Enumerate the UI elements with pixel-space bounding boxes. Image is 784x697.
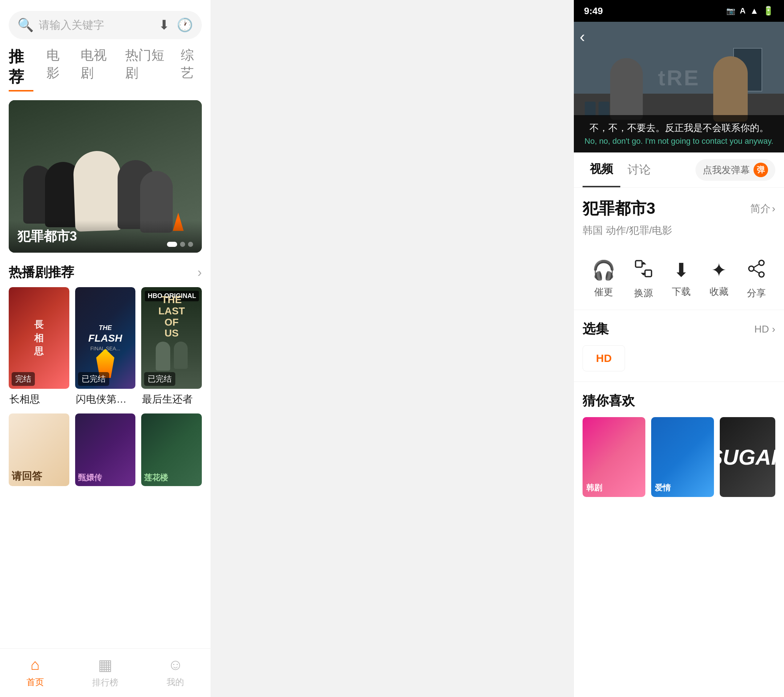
battery-icon: 🔋 bbox=[763, 6, 774, 16]
hd-link[interactable]: HD › bbox=[754, 323, 775, 335]
movie-tags: 韩国 动作/犯罪/电影 bbox=[583, 224, 775, 237]
drama-name-3: 最后生还者 bbox=[141, 392, 202, 406]
star-icon: ✦ bbox=[711, 259, 727, 281]
rec-section: 猜你喜欢 韩剧 爱情 SUGAR bbox=[574, 382, 784, 507]
nav-home[interactable]: ⌂ 首页 bbox=[0, 649, 70, 697]
tab-movie[interactable]: 电影 bbox=[46, 46, 68, 91]
nav-mine[interactable]: ☺ 我的 bbox=[140, 649, 211, 697]
tab-variety[interactable]: 综艺 bbox=[181, 46, 202, 91]
more-card-1[interactable]: 请回答 bbox=[9, 414, 69, 486]
action-share[interactable]: 分享 bbox=[747, 259, 766, 300]
subtitle-en: No, no, don't go. I'm not going to conta… bbox=[581, 137, 777, 146]
download-label: 下载 bbox=[672, 285, 691, 298]
action-download[interactable]: ⬇ 下载 bbox=[672, 259, 691, 300]
ranking-icon: ▦ bbox=[98, 656, 112, 674]
svg-point-4 bbox=[759, 272, 764, 277]
action-collect[interactable]: ✦ 收藏 bbox=[710, 259, 728, 300]
more-title-1: 请回答 bbox=[12, 470, 42, 483]
drama-poster-1: 長相思 完结 bbox=[9, 287, 69, 389]
svg-point-3 bbox=[749, 266, 754, 271]
search-bar-actions: ⬇ 🕐 bbox=[159, 17, 193, 33]
hero-dots bbox=[167, 242, 193, 247]
search-bar[interactable]: 🔍 请输入关键字 ⬇ 🕐 bbox=[9, 11, 202, 39]
hd-label: HD bbox=[754, 323, 769, 335]
switch-icon bbox=[634, 259, 653, 282]
tre-text: tRE bbox=[658, 65, 700, 91]
drama-name-2: 闪电侠第九季 bbox=[75, 392, 136, 406]
more-card-3[interactable]: 莲花楼 bbox=[141, 414, 202, 486]
download-action-icon: ⬇ bbox=[673, 259, 689, 281]
camera-status-icon: 📷 bbox=[726, 7, 735, 15]
home-label: 首页 bbox=[26, 676, 44, 688]
left-panel: 🔍 请输入关键字 ⬇ 🕐 推荐 电影 电视剧 热门短剧 综艺 犯罪都市3 bbox=[0, 0, 211, 697]
headphone-icon: 🎧 bbox=[592, 259, 616, 281]
hero-title: 犯罪都市3 bbox=[17, 229, 77, 244]
intro-label: 简介 bbox=[750, 202, 771, 216]
rec-title: 猜你喜欢 bbox=[583, 392, 775, 410]
drama-card-1[interactable]: 長相思 完结 长相思 bbox=[9, 287, 69, 406]
video-tabs: 视频 讨论 点我发弹幕 弹 bbox=[574, 152, 784, 188]
right-panel: 9:49 📷 A ▲ 🔋 bbox=[573, 0, 784, 697]
rec-title-1: 韩剧 bbox=[586, 483, 602, 493]
cuigeng-label: 催更 bbox=[594, 286, 613, 298]
download-icon[interactable]: ⬇ bbox=[159, 17, 170, 33]
episode-section: 选集 HD › HD bbox=[574, 310, 784, 382]
status-time: 9:49 bbox=[584, 5, 603, 17]
drama-poster-2: THEFLASH FINAL SEA... 已完结 bbox=[75, 287, 136, 389]
drama-badge-1: 完结 bbox=[12, 372, 35, 386]
intro-link[interactable]: 简介 › bbox=[750, 202, 775, 216]
drama-poster-text-1: 長相思 bbox=[30, 315, 47, 361]
svg-rect-0 bbox=[636, 260, 642, 267]
video-back-button[interactable]: ‹ bbox=[580, 28, 585, 46]
action-huanyuan[interactable]: 换源 bbox=[634, 259, 653, 300]
more-card-2[interactable]: 甄嬛传 bbox=[75, 414, 136, 486]
hot-section-arrow[interactable]: › bbox=[198, 265, 202, 280]
rec-card-3[interactable]: SUGAR bbox=[720, 417, 775, 497]
drama-poster-3: HBO ORIGINAL THELASTOFUS 已完结 bbox=[141, 287, 202, 389]
tab-tv[interactable]: 电视剧 bbox=[81, 46, 112, 91]
drama-badge-3: 已完结 bbox=[144, 372, 175, 386]
content-area: 视频 讨论 点我发弹幕 弹 犯罪都市3 简介 › 韩国 动作/犯罪/电影 🎧 催… bbox=[574, 152, 784, 697]
collect-label: 收藏 bbox=[710, 285, 728, 298]
more-dramas: 请回答 甄嬛传 莲花楼 bbox=[0, 406, 211, 486]
dot-3 bbox=[188, 242, 193, 247]
tab-discussion[interactable]: 讨论 bbox=[620, 153, 658, 186]
rec-card-2[interactable]: 爱情 bbox=[651, 417, 714, 497]
drama-grid: 長相思 完结 长相思 THEFLASH FINAL SEA... 已完结 闪电侠… bbox=[0, 287, 211, 406]
more-title-3: 莲花楼 bbox=[144, 472, 168, 483]
bottom-nav: ⌂ 首页 ▦ 排行榜 ☺ 我的 bbox=[0, 648, 211, 697]
tab-recommend[interactable]: 推荐 bbox=[9, 46, 33, 91]
hero-content: 犯罪都市3 bbox=[9, 220, 202, 253]
drama-badge-2: 已完结 bbox=[78, 372, 109, 386]
drama-card-3[interactable]: HBO ORIGINAL THELASTOFUS 已完结 最后生还者 bbox=[141, 287, 202, 406]
hot-section-title: 热播剧推荐 bbox=[9, 264, 74, 281]
home-icon: ⌂ bbox=[30, 656, 40, 673]
episode-header: 选集 HD › bbox=[583, 320, 775, 338]
rec-title-2: 爱情 bbox=[655, 483, 671, 493]
video-player[interactable]: tRE ‹ 不，不，不要去。反正我是不会联系你的。 No, no, don't … bbox=[574, 22, 784, 152]
mine-label: 我的 bbox=[166, 676, 184, 688]
subtitle-cn: 不，不，不要去。反正我是不会联系你的。 bbox=[581, 122, 777, 134]
hero-banner[interactable]: 犯罪都市3 bbox=[9, 100, 202, 253]
history-icon[interactable]: 🕐 bbox=[177, 17, 193, 33]
episode-title: 选集 bbox=[583, 320, 609, 338]
svg-rect-1 bbox=[645, 270, 652, 277]
danmu-label: 点我发弹幕 bbox=[703, 164, 750, 176]
rec-card-1[interactable]: 韩剧 bbox=[583, 417, 646, 497]
tab-video[interactable]: 视频 bbox=[583, 152, 620, 187]
episode-chip-hd[interactable]: HD bbox=[583, 345, 625, 371]
nav-ranking[interactable]: ▦ 排行榜 bbox=[70, 649, 140, 697]
a-status-icon: A bbox=[740, 6, 746, 16]
subtitle-area: 不，不，不要去。反正我是不会联系你的。 No, no, don't go. I'… bbox=[574, 115, 784, 152]
drama-card-2[interactable]: THEFLASH FINAL SEA... 已完结 闪电侠第九季 bbox=[75, 287, 136, 406]
signal-icon: ▲ bbox=[750, 6, 759, 16]
middle-gap bbox=[211, 0, 573, 697]
danmu-button[interactable]: 点我发弹幕 弹 bbox=[695, 159, 775, 181]
movie-info: 犯罪都市3 简介 › 韩国 动作/犯罪/电影 bbox=[574, 188, 784, 254]
mine-icon: ☺ bbox=[168, 656, 183, 673]
tab-short[interactable]: 热门短剧 bbox=[125, 46, 167, 91]
movie-title-row: 犯罪都市3 简介 › bbox=[583, 198, 775, 219]
drama-name-1: 长相思 bbox=[9, 392, 69, 406]
action-cuigeng[interactable]: 🎧 催更 bbox=[592, 259, 616, 300]
danmu-icon: 弹 bbox=[754, 163, 768, 177]
